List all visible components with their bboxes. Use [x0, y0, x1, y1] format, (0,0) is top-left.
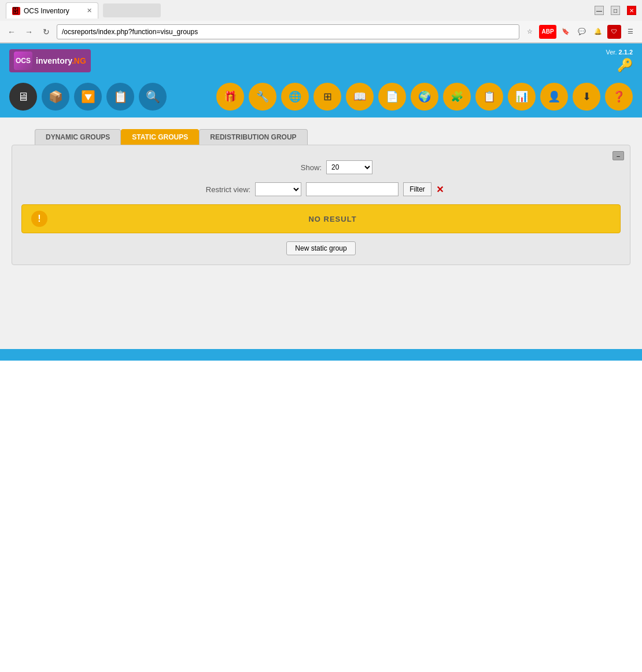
show-select[interactable]: 20 10 50 100 — [326, 160, 372, 174]
network-nav-button[interactable]: 🌐 — [281, 83, 309, 111]
key-icon: 🔑 — [617, 58, 633, 73]
reports-nav-button[interactable]: 📋 — [106, 83, 134, 111]
tab-redistribution-group[interactable]: REDISTRIBUTION GROUP — [199, 129, 307, 145]
chart-nav-button[interactable]: 📊 — [508, 83, 536, 111]
no-result-text: NO RESULT — [54, 215, 611, 223]
new-tab-area — [103, 3, 161, 17]
tools-nav-button[interactable]: 🔧 — [249, 83, 276, 111]
reload-button[interactable]: ↻ — [39, 25, 53, 39]
logo-text: inventory.NG — [36, 56, 86, 65]
window-minimize-button[interactable]: — — [595, 6, 604, 15]
tab-bar: DYNAMIC GROUPS STATIC GROUPS REDISTRIBUT… — [35, 129, 630, 145]
panel-minimize-button[interactable]: – — [613, 151, 624, 160]
inventory-nav-button[interactable]: 📦 — [42, 83, 69, 111]
restrict-view-input[interactable] — [306, 182, 399, 196]
ext3-button[interactable]: 🔔 — [591, 25, 605, 39]
copy-nav-button[interactable]: 📋 — [475, 83, 503, 111]
new-static-group-button[interactable]: New static group — [286, 241, 355, 255]
show-label: Show: — [270, 163, 322, 172]
app-logo: OCS inventory.NG — [9, 49, 91, 72]
tab-close-button[interactable]: ✕ — [87, 7, 92, 14]
security-button[interactable]: 🛡 — [607, 25, 621, 39]
address-bar[interactable] — [57, 24, 519, 39]
clear-filter-button[interactable]: ✕ — [436, 184, 444, 195]
tab-favicon: 🗄 — [12, 7, 20, 15]
ext2-button[interactable]: 💬 — [575, 25, 589, 39]
translate-nav-button[interactable]: 🌍 — [411, 83, 438, 111]
puzzle-nav-button[interactable]: 🧩 — [443, 83, 471, 111]
back-button[interactable]: ← — [5, 25, 19, 39]
no-result-bar: ! NO RESULT — [21, 204, 621, 233]
restrict-view-label: Restrict view: — [198, 185, 250, 194]
tab-static-groups[interactable]: STATIC GROUPS — [121, 129, 199, 145]
browser-tab[interactable]: 🗄 OCS Inventory ✕ — [6, 2, 98, 19]
bookmark-button[interactable]: ☆ — [523, 25, 537, 39]
footer — [0, 349, 642, 361]
ext1-button[interactable]: 🔖 — [559, 25, 573, 39]
book-nav-button[interactable]: 📖 — [346, 83, 374, 111]
adblock-button[interactable]: ABP — [539, 25, 556, 39]
warning-icon: ! — [31, 211, 47, 227]
window-maximize-button[interactable]: □ — [611, 6, 620, 15]
forward-button[interactable]: → — [22, 25, 36, 39]
computers-nav-button[interactable]: 🖥 — [9, 83, 37, 111]
help-nav-button[interactable]: ❓ — [605, 83, 633, 111]
window-close-button[interactable]: ✕ — [627, 6, 636, 15]
download-nav-button[interactable]: ⬇ — [573, 83, 600, 111]
doc-nav-button[interactable]: 📄 — [378, 83, 406, 111]
main-panel: – Show: 20 10 50 100 Restrict view: Filt… — [12, 145, 630, 265]
version-display: Ver. 2.1.2 — [606, 49, 633, 56]
menu-button[interactable]: ☰ — [623, 25, 637, 39]
user-nav-button[interactable]: 👤 — [540, 83, 568, 111]
filter-nav-button[interactable]: 🔽 — [74, 83, 102, 111]
filter-button[interactable]: Filter — [403, 182, 431, 196]
restrict-view-select[interactable] — [255, 182, 301, 196]
search-nav-button[interactable]: 🔍 — [139, 83, 167, 111]
tab-dynamic-groups[interactable]: DYNAMIC GROUPS — [35, 129, 121, 145]
tab-title: OCS Inventory — [24, 7, 69, 15]
gift-nav-button[interactable]: 🎁 — [216, 83, 244, 111]
grid-nav-button[interactable]: ⊞ — [313, 83, 341, 111]
